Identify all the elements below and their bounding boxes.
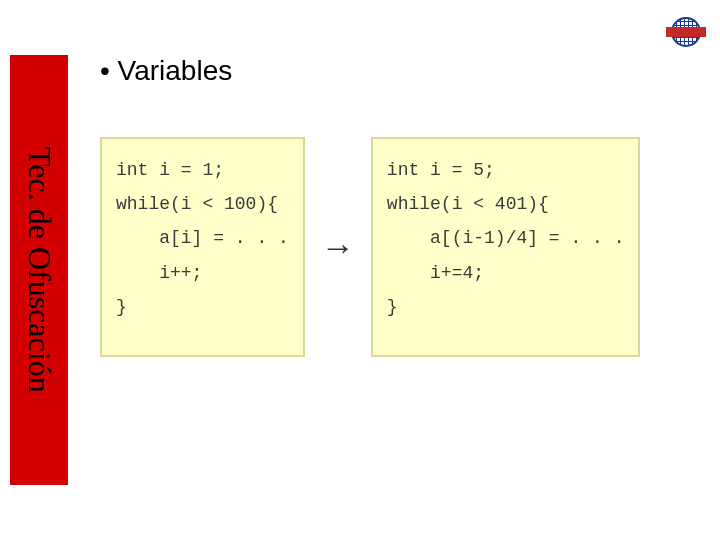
sidebar-title: Tec. de Ofuscación	[21, 147, 58, 393]
bullet-variables: • Variables	[100, 55, 700, 87]
code-box-original: int i = 1; while(i < 100){ a[i] = . . . …	[100, 137, 305, 357]
slide-content: • Variables int i = 1; while(i < 100){ a…	[100, 55, 700, 357]
code-comparison-area: int i = 1; while(i < 100){ a[i] = . . . …	[100, 137, 700, 357]
arrow-right-icon: →	[317, 228, 359, 267]
sidebar-title-band: Tec. de Ofuscación	[10, 55, 68, 485]
code-box-obfuscated: int i = 5; while(i < 401){ a[(i-1)/4] = …	[371, 137, 641, 357]
globe-logo-icon	[664, 14, 708, 50]
header-logo-area	[664, 14, 708, 50]
